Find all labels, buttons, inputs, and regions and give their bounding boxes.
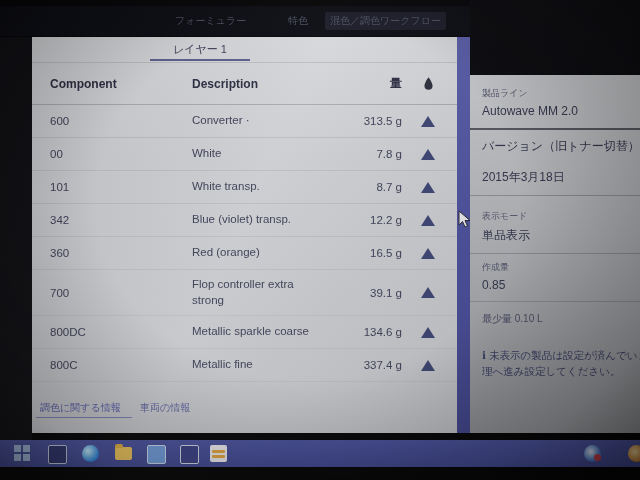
version-date: 2015年3月18日 <box>482 169 640 186</box>
display-mode-value: 単品表示 <box>482 227 640 244</box>
bottom-bezel <box>0 467 640 480</box>
component-code: 101 <box>50 181 192 193</box>
tray-app-icon[interactable] <box>584 445 601 462</box>
component-code: 800DC <box>50 326 192 338</box>
table-row[interactable]: 700 Flop controller extra strong 39.1 g <box>32 270 457 316</box>
info-message-line2: 理へ進み設定してください。 <box>482 364 640 380</box>
tab-vehicle-info[interactable]: 車両の情報 <box>140 401 190 415</box>
component-amount: 313.5 g <box>340 115 402 127</box>
mouse-cursor <box>458 210 472 230</box>
component-description: Converter · <box>192 113 340 129</box>
display-mode-label: 表示モード <box>482 210 640 223</box>
product-line-label: 製品ライン <box>482 87 640 100</box>
dark-region <box>470 0 640 75</box>
start-button-icon[interactable] <box>14 445 31 462</box>
component-amount: 12.2 g <box>340 214 402 226</box>
info-message-line1: ℹ 未表示の製品は設定が済んでいま <box>482 348 640 364</box>
task-view-icon[interactable] <box>48 445 67 464</box>
layer-tabbar: レイヤー 1 <box>32 37 457 63</box>
warning-triangle-icon <box>402 182 454 193</box>
table-row[interactable]: 600 Converter · 313.5 g <box>32 105 457 138</box>
column-header-amount[interactable]: 量 <box>340 75 402 92</box>
warning-triangle-icon <box>402 327 454 338</box>
component-description: Flop controller extra strong <box>192 277 326 308</box>
panel-scrollbar[interactable] <box>457 37 470 433</box>
droplet-icon <box>402 77 454 90</box>
component-amount: 39.1 g <box>340 287 402 299</box>
component-description: Metallic sparkle coarse <box>192 324 340 340</box>
warning-triangle-icon <box>402 215 454 226</box>
table-row[interactable]: 360 Red (orange) 16.5 g <box>32 237 457 270</box>
table-header: Component Description 量 <box>32 63 457 105</box>
mixing-app-icon[interactable] <box>210 445 227 462</box>
tab-layer-1[interactable]: レイヤー 1 <box>150 42 250 57</box>
created-amount-label: 作成量 <box>482 261 640 274</box>
component-amount: 337.4 g <box>340 359 402 371</box>
table-row[interactable]: 800C Metallic fine 337.4 g <box>32 349 457 382</box>
component-description: Red (orange) <box>192 245 340 261</box>
min-amount-text: 最少量 0.10 L <box>482 312 640 326</box>
tray-app-icon-2[interactable] <box>628 445 640 462</box>
component-amount: 134.6 g <box>340 326 402 338</box>
bottom-tabbar: 調色に関する情報 車両の情報 <box>32 397 457 425</box>
component-code: 800C <box>50 359 192 371</box>
component-code: 600 <box>50 115 192 127</box>
warning-triangle-icon <box>402 116 454 127</box>
warning-triangle-icon <box>402 248 454 259</box>
component-amount: 7.8 g <box>340 148 402 160</box>
component-code: 360 <box>50 247 192 259</box>
component-amount: 16.5 g <box>340 247 402 259</box>
component-description: Metallic fine <box>192 357 340 373</box>
column-header-component[interactable]: Component <box>50 77 192 91</box>
edge-browser-icon[interactable] <box>82 445 99 462</box>
component-code: 00 <box>50 148 192 160</box>
pinned-app-icon[interactable] <box>180 445 199 464</box>
component-description: Blue (violet) transp. <box>192 212 340 228</box>
active-tab-underline <box>150 59 250 61</box>
warning-triangle-icon <box>402 149 454 160</box>
warning-triangle-icon <box>402 287 454 298</box>
menu-item-special-color[interactable]: 特色 <box>288 14 308 28</box>
menu-item-formula[interactable]: フォーミュラー <box>175 14 246 28</box>
table-row[interactable]: 342 Blue (violet) transp. 12.2 g <box>32 204 457 237</box>
product-info-panel: 製品ライン Autowave MM 2.0 バージョン（旧トナー切替） 2015… <box>470 75 640 433</box>
info-message: ℹ 未表示の製品は設定が済んでいま 理へ進み設定してください。 <box>482 348 640 380</box>
bottom-active-tab-underline <box>36 417 132 418</box>
version-label: バージョン（旧トナー切替） <box>482 138 640 155</box>
table-row[interactable]: 00 White 7.8 g <box>32 138 457 171</box>
component-description: White transp. <box>192 179 340 195</box>
component-description: White <box>192 146 340 162</box>
divider <box>470 253 640 254</box>
component-code: 342 <box>50 214 192 226</box>
table-row[interactable]: 101 White transp. 8.7 g <box>32 171 457 204</box>
laptop-screen-photo: フォーミュラー 特色 混色／調色ワークフロー ツール ヘルプ レイヤー 1 Co… <box>0 0 640 480</box>
divider <box>470 301 640 302</box>
divider <box>470 195 640 196</box>
left-bezel <box>0 37 32 440</box>
table-row[interactable]: 800DC Metallic sparkle coarse 134.6 g <box>32 316 457 349</box>
column-header-description[interactable]: Description <box>192 77 340 91</box>
component-code: 700 <box>50 287 192 299</box>
tab-mixing-info[interactable]: 調色に関する情報 <box>40 401 121 415</box>
created-amount-value: 0.85 <box>482 278 640 292</box>
menu-item-mixing-workflow[interactable]: 混色／調色ワークフロー <box>325 12 446 30</box>
product-line-value: Autowave MM 2.0 <box>482 104 640 118</box>
windows-taskbar <box>0 440 640 467</box>
warning-triangle-icon <box>402 360 454 371</box>
component-amount: 8.7 g <box>340 181 402 193</box>
recipe-panel: レイヤー 1 Component Description 量 600 Conve… <box>32 37 457 433</box>
blue-app-window-icon[interactable] <box>147 445 166 464</box>
file-explorer-icon[interactable] <box>115 447 132 460</box>
divider <box>470 128 640 130</box>
